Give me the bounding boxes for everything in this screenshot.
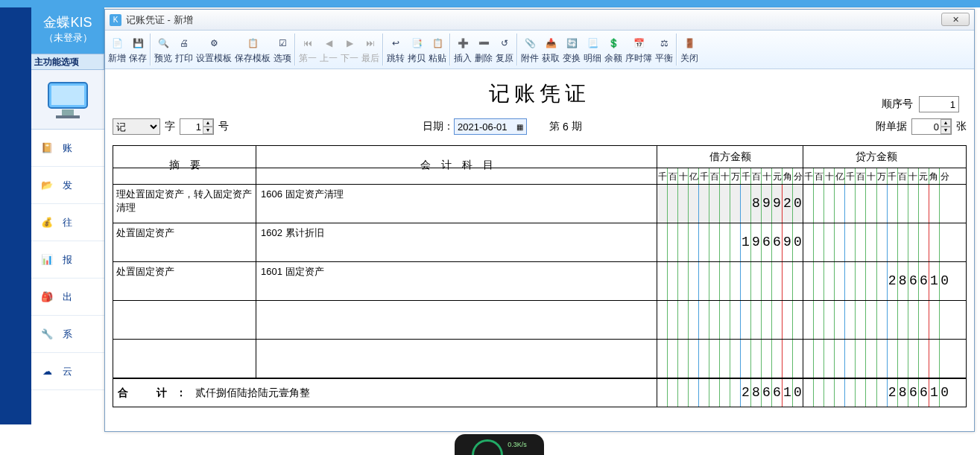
digit-cell: 2 [888, 262, 898, 300]
cell-credit[interactable]: 286610 [803, 262, 949, 300]
window-close-button[interactable]: ✕ [941, 13, 970, 26]
voucher-row[interactable]: 理处置固定资产，转入固定资产清理1606 固定资产清理89920 [113, 185, 966, 223]
cell-account[interactable]: 1602 累计折旧 [256, 223, 657, 261]
digit-cell [709, 379, 720, 407]
cell-summary[interactable] [113, 301, 256, 339]
voucher-row[interactable] [113, 301, 966, 340]
nav-item-6[interactable]: ☁云 [31, 353, 104, 390]
nav-item-5[interactable]: 🔧系 [31, 316, 104, 353]
nav-item-0[interactable]: 📔账 [31, 130, 104, 167]
spin-up[interactable]: ▲ [941, 119, 951, 127]
digit-header: 元 [919, 168, 929, 184]
cell-account[interactable] [256, 301, 657, 339]
toolbar-close-button[interactable]: 🚪关闭 [679, 31, 700, 69]
digit-cell [888, 223, 898, 261]
toolbar-detail-button[interactable]: 📃明细 [582, 31, 603, 69]
cell-debit[interactable] [657, 340, 803, 378]
toolbar-change-button[interactable]: 🔄变换 [561, 31, 582, 69]
nav-item-1[interactable]: 📂发 [31, 167, 104, 204]
toolbar-preview-button[interactable]: 🔍预览 [153, 31, 174, 69]
digit-cell [720, 223, 730, 261]
toolbar-label: 保存 [129, 52, 147, 65]
cell-summary[interactable]: 处置固定资产 [113, 262, 256, 300]
cell-summary[interactable]: 理处置固定资产，转入固定资产清理 [113, 185, 256, 223]
digit-cell [824, 301, 835, 339]
digit-cell [908, 340, 919, 378]
cell-credit[interactable] [803, 223, 949, 261]
toolbar-jump-button[interactable]: ↩跳转 [385, 31, 406, 69]
date-picker[interactable]: 2021-06-01 ▦ [454, 118, 527, 135]
toolbar-setTpl-button[interactable]: ⚙设置模板 [195, 31, 233, 69]
voucher-type-select[interactable]: 记 [113, 118, 160, 135]
digit-cell [762, 262, 772, 300]
nav-icon: 📂 [37, 176, 57, 195]
digit-cell [856, 262, 866, 300]
toolbar-seq-button[interactable]: 📅序时簿 [624, 31, 654, 69]
cell-account[interactable] [256, 340, 657, 378]
cell-debit[interactable] [657, 262, 803, 300]
main-tab[interactable]: 主功能选项 [31, 54, 104, 70]
brand-sub: （未登录） [31, 31, 104, 45]
digit-cell [866, 301, 876, 339]
spin-down[interactable]: ▼ [203, 127, 213, 134]
toolbar-attach-button[interactable]: 📎附件 [519, 31, 540, 69]
digit-header: 千 [699, 168, 709, 184]
window-title: 记账凭证 - 新增 [126, 13, 193, 27]
toolbar-print-button[interactable]: 🖨打印 [174, 31, 195, 69]
toolbar-balance2-button[interactable]: ⚖平衡 [654, 31, 674, 69]
toolbar-balance-button[interactable]: 💲余额 [603, 31, 624, 69]
voucher-row[interactable] [113, 340, 966, 378]
digit-cell [762, 301, 772, 339]
toolbar-copy-button[interactable]: 📑拷贝 [406, 31, 427, 69]
digit-cell [898, 185, 908, 223]
spin-down[interactable]: ▼ [941, 127, 951, 134]
toolbar-paste-button[interactable]: 📋粘贴 [427, 31, 448, 69]
digit-cell: 2 [888, 379, 898, 407]
toolbar-fetch-button[interactable]: 📥获取 [540, 31, 561, 69]
digit-header: 百 [856, 168, 866, 184]
digit-cell: 9 [762, 185, 772, 223]
cell-account[interactable]: 1601 固定资产 [256, 262, 657, 300]
toolbar-label: 插入 [454, 52, 472, 65]
digit-cell: 2 [741, 379, 751, 407]
toolbar-options-button[interactable]: ☑选项 [272, 31, 293, 69]
digit-cell [803, 262, 814, 300]
cell-summary[interactable]: 处置固定资产 [113, 223, 256, 261]
digit-cell [751, 340, 762, 378]
toolbar-restore-button[interactable]: ↺复原 [494, 31, 515, 69]
voucher-row[interactable]: 处置固定资产1601 固定资产286610 [113, 262, 966, 301]
nav-item-2[interactable]: 💰往 [31, 204, 104, 241]
digit-cell [678, 185, 689, 223]
digit-cell [824, 379, 835, 407]
cell-credit[interactable] [803, 340, 949, 378]
cell-account[interactable]: 1606 固定资产清理 [256, 185, 657, 223]
digit-cell [845, 301, 856, 339]
cell-credit[interactable] [803, 301, 949, 339]
digit-cell [657, 262, 668, 300]
cell-debit[interactable]: 196690 [657, 223, 803, 261]
toolbar-save-button[interactable]: 💾保存 [127, 31, 148, 69]
cell-summary[interactable] [113, 340, 256, 378]
close-icon: 🚪 [684, 34, 695, 52]
change-icon: 🔄 [566, 34, 578, 52]
spin-up[interactable]: ▲ [203, 119, 213, 127]
nav-item-4[interactable]: 🎒出 [31, 279, 104, 316]
cell-debit[interactable] [657, 301, 803, 339]
voucher-row[interactable]: 处置固定资产1602 累计折旧196690 [113, 223, 966, 262]
digit-header: 元 [772, 168, 783, 184]
toolbar-delete-button[interactable]: ➖删除 [473, 31, 494, 69]
nav-icon: 📊 [37, 250, 57, 270]
toolbar-new-button[interactable]: 📄新增 [107, 31, 127, 69]
digit-cell [730, 379, 741, 407]
toolbar-insert-button[interactable]: ➕插入 [452, 31, 473, 69]
col-credit: 贷方金额 [803, 146, 949, 168]
cell-credit[interactable] [803, 185, 949, 223]
cell-debit[interactable]: 89920 [657, 185, 803, 223]
toolbar-saveTpl-button[interactable]: 📋保存模板 [233, 31, 272, 69]
nav-icon: ☁ [37, 362, 57, 381]
digit-cell [657, 185, 668, 223]
digit-cell [814, 379, 824, 407]
nav-item-3[interactable]: 📊报 [31, 241, 104, 279]
seq-input[interactable] [919, 96, 959, 112]
digit-cell [866, 379, 876, 407]
